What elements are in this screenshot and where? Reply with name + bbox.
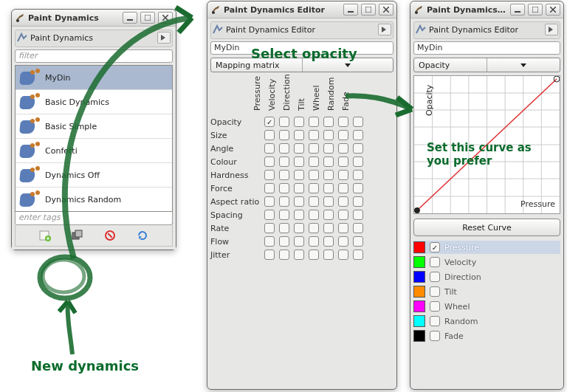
curve-editor[interactable]: Opacity Pressure bbox=[413, 75, 560, 214]
matrix-checkbox[interactable] bbox=[309, 236, 319, 247]
close-button[interactable] bbox=[158, 12, 173, 24]
matrix-checkbox[interactable] bbox=[264, 250, 275, 260]
matrix-checkbox[interactable] bbox=[279, 117, 289, 127]
matrix-checkbox[interactable] bbox=[279, 170, 289, 180]
input-checkbox[interactable] bbox=[430, 331, 440, 341]
delete-button[interactable] bbox=[102, 228, 118, 243]
matrix-checkbox[interactable] bbox=[323, 210, 334, 220]
matrix-checkbox[interactable] bbox=[279, 236, 289, 247]
input-channel-row[interactable]: Pressure bbox=[413, 241, 560, 254]
matrix-checkbox[interactable] bbox=[323, 196, 334, 207]
panel-menu-button[interactable] bbox=[157, 32, 171, 44]
matrix-checkbox[interactable] bbox=[279, 250, 289, 260]
matrix-checkbox[interactable] bbox=[353, 223, 363, 233]
matrix-checkbox[interactable] bbox=[294, 130, 304, 140]
input-checkbox[interactable] bbox=[430, 301, 440, 312]
filter-input[interactable]: filter bbox=[15, 49, 173, 63]
matrix-checkbox[interactable] bbox=[353, 196, 363, 207]
matrix-checkbox[interactable] bbox=[294, 236, 304, 247]
dynamics-list-item[interactable]: Dynamics Random bbox=[16, 188, 172, 211]
matrix-checkbox[interactable] bbox=[294, 170, 304, 180]
matrix-checkbox[interactable] bbox=[309, 130, 319, 140]
matrix-checkbox[interactable] bbox=[294, 196, 304, 207]
matrix-checkbox[interactable] bbox=[338, 130, 348, 140]
matrix-checkbox[interactable] bbox=[338, 143, 348, 154]
panel-menu-button[interactable] bbox=[545, 24, 558, 35]
matrix-checkbox[interactable] bbox=[323, 170, 334, 180]
input-channel-row[interactable]: Tilt bbox=[413, 285, 560, 298]
matrix-checkbox[interactable] bbox=[309, 183, 319, 193]
matrix-checkbox[interactable] bbox=[279, 196, 289, 207]
matrix-checkbox[interactable] bbox=[279, 210, 289, 220]
matrix-checkbox[interactable] bbox=[279, 183, 289, 193]
matrix-checkbox[interactable] bbox=[264, 143, 275, 154]
matrix-checkbox[interactable] bbox=[264, 183, 275, 193]
matrix-checkbox[interactable] bbox=[294, 117, 304, 127]
input-checkbox[interactable] bbox=[430, 257, 440, 267]
dynamics-list-item[interactable]: Dynamics Off bbox=[16, 163, 172, 188]
panel-menu-button[interactable] bbox=[378, 24, 391, 35]
matrix-checkbox[interactable] bbox=[294, 157, 304, 167]
maximize-button[interactable] bbox=[140, 12, 155, 24]
minimize-button[interactable] bbox=[123, 12, 137, 24]
matrix-checkbox[interactable] bbox=[309, 143, 319, 154]
duplicate-button[interactable] bbox=[69, 228, 86, 243]
input-channel-row[interactable]: Wheel bbox=[413, 300, 560, 313]
matrix-checkbox[interactable] bbox=[353, 236, 363, 247]
matrix-checkbox[interactable] bbox=[353, 117, 363, 127]
titlebar[interactable]: Paint Dynamics Edito bbox=[410, 1, 563, 18]
input-channel-row[interactable]: Direction bbox=[413, 270, 560, 283]
matrix-checkbox[interactable] bbox=[294, 223, 304, 233]
dynamics-name-input[interactable]: MyDin bbox=[413, 41, 560, 55]
new-dynamics-button[interactable] bbox=[37, 228, 53, 243]
matrix-checkbox[interactable] bbox=[353, 210, 363, 220]
matrix-checkbox[interactable] bbox=[309, 250, 319, 260]
matrix-checkbox[interactable] bbox=[323, 117, 334, 127]
matrix-checkbox[interactable] bbox=[323, 183, 334, 193]
reset-curve-button[interactable]: Reset Curve bbox=[413, 219, 560, 236]
matrix-checkbox[interactable] bbox=[264, 157, 275, 167]
output-combo[interactable]: Opacity bbox=[413, 58, 560, 72]
mapping-combo[interactable]: Mapping matrix bbox=[210, 58, 394, 72]
matrix-checkbox[interactable] bbox=[353, 130, 363, 140]
matrix-checkbox[interactable] bbox=[338, 196, 348, 207]
matrix-checkbox[interactable] bbox=[323, 130, 334, 140]
input-checkbox[interactable] bbox=[430, 316, 440, 326]
matrix-checkbox[interactable] bbox=[279, 223, 289, 233]
dynamics-name-input[interactable]: MyDin bbox=[210, 41, 394, 55]
refresh-button[interactable] bbox=[134, 228, 151, 243]
titlebar[interactable]: Paint Dynamics Editor bbox=[207, 1, 396, 18]
maximize-button[interactable] bbox=[528, 4, 543, 16]
matrix-checkbox[interactable] bbox=[264, 196, 275, 207]
titlebar[interactable]: Paint Dynamics bbox=[12, 10, 176, 27]
matrix-checkbox[interactable] bbox=[309, 170, 319, 180]
dynamics-list-item[interactable]: MyDin bbox=[16, 66, 172, 90]
matrix-checkbox[interactable] bbox=[323, 236, 334, 247]
dynamics-list-item[interactable]: Basic Simple bbox=[16, 114, 172, 139]
input-checkbox[interactable] bbox=[430, 272, 440, 282]
matrix-checkbox[interactable] bbox=[309, 117, 319, 127]
input-channel-row[interactable]: Velocity bbox=[413, 255, 560, 269]
dynamics-list-item[interactable]: Confetti bbox=[16, 139, 172, 163]
close-button[interactable] bbox=[546, 4, 560, 16]
matrix-checkbox[interactable] bbox=[309, 157, 319, 167]
matrix-checkbox[interactable] bbox=[338, 250, 348, 260]
input-channel-row[interactable]: Random bbox=[413, 314, 560, 328]
matrix-checkbox[interactable] bbox=[353, 183, 363, 193]
matrix-checkbox[interactable] bbox=[309, 210, 319, 220]
matrix-checkbox[interactable] bbox=[338, 236, 348, 247]
input-checkbox[interactable] bbox=[430, 242, 440, 252]
matrix-checkbox[interactable] bbox=[264, 130, 275, 140]
matrix-checkbox[interactable] bbox=[338, 157, 348, 167]
matrix-checkbox[interactable] bbox=[353, 143, 363, 154]
matrix-checkbox[interactable] bbox=[294, 250, 304, 260]
input-checkbox[interactable] bbox=[430, 286, 440, 297]
dynamics-list-item[interactable]: Basic Dynamics bbox=[16, 90, 172, 114]
matrix-checkbox[interactable] bbox=[309, 223, 319, 233]
matrix-checkbox[interactable] bbox=[323, 157, 334, 167]
matrix-checkbox[interactable] bbox=[264, 170, 275, 180]
matrix-checkbox[interactable] bbox=[309, 196, 319, 207]
matrix-checkbox[interactable] bbox=[279, 130, 289, 140]
matrix-checkbox[interactable] bbox=[338, 183, 348, 193]
matrix-checkbox[interactable] bbox=[353, 170, 363, 180]
